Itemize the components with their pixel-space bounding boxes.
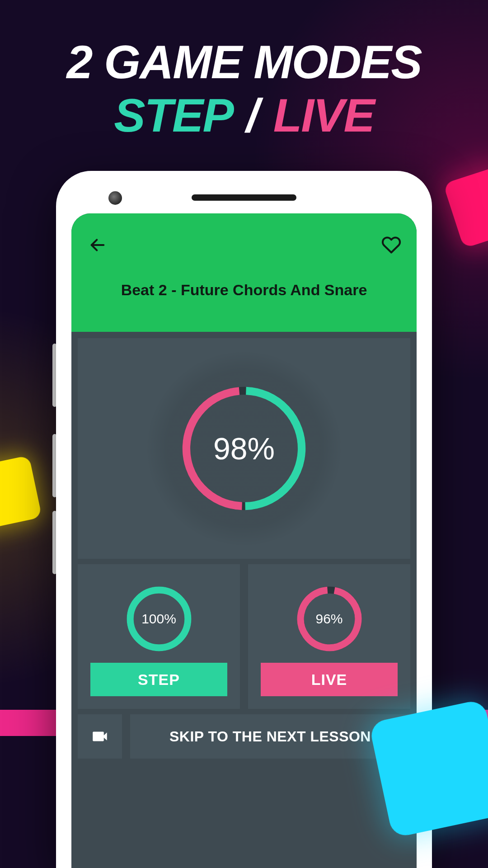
back-button[interactable] [85, 232, 110, 258]
headline-live: LIVE [273, 89, 374, 142]
live-button[interactable]: LIVE [261, 663, 398, 696]
live-button-label: LIVE [311, 671, 347, 689]
skip-lesson-button[interactable]: SKIP TO THE NEXT LESSON [130, 714, 410, 759]
video-button[interactable] [78, 714, 122, 759]
video-camera-icon [90, 727, 109, 746]
phone-camera-decoration [108, 191, 122, 205]
app-content: 98% 100% STEP [71, 332, 417, 765]
lesson-title: Beat 2 - Future Chords And Snare [71, 281, 417, 299]
app-top-bar: Beat 2 - Future Chords And Snare [71, 213, 417, 332]
headline-line1: 2 GAME MODES [0, 38, 488, 85]
overall-score-card: 98% [78, 338, 410, 559]
phone-mockup: Beat 2 - Future Chords And Snare 98% [56, 171, 432, 868]
phone-speaker-decoration [192, 194, 296, 201]
step-score-value: 100% [125, 575, 193, 663]
step-button[interactable]: STEP [90, 663, 227, 696]
heart-icon [381, 235, 401, 255]
live-mode-card: 96% LIVE [248, 564, 410, 709]
skip-lesson-label: SKIP TO THE NEXT LESSON [169, 728, 371, 745]
headline-slash: / [246, 89, 258, 142]
step-button-label: STEP [138, 671, 180, 689]
arrow-left-icon [89, 236, 107, 254]
overall-score-value: 98% [178, 383, 310, 514]
favorite-button[interactable] [379, 232, 404, 258]
promo-headline: 2 GAME MODES STEP / LIVE [0, 38, 488, 139]
app-screen: Beat 2 - Future Chords And Snare 98% [71, 213, 417, 868]
headline-step: STEP [114, 89, 231, 142]
live-score-value: 96% [295, 575, 364, 663]
step-mode-card: 100% STEP [78, 564, 240, 709]
